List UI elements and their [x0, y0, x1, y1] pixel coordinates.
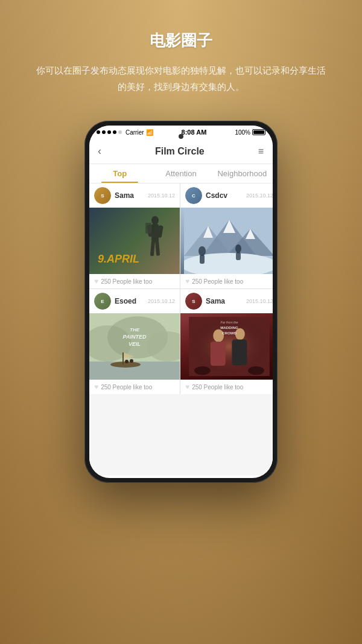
svg-text:THE: THE	[130, 327, 140, 333]
back-button[interactable]: ‹	[98, 145, 101, 158]
post-image-3: Far from the MADDING CROWD	[180, 313, 273, 380]
signal-dot-5	[118, 130, 122, 134]
signal-dot-3	[107, 130, 111, 134]
post-header-3: S Sama 2015.10.12	[180, 289, 273, 313]
post-date-0: 2015.10.12	[148, 193, 175, 199]
svg-rect-16	[200, 255, 205, 264]
post-footer-1: ♥ 250 People like too	[180, 274, 273, 289]
post-card-0[interactable]: S Sama 2015.10.12	[89, 183, 180, 289]
post-username-0: Sama	[115, 191, 144, 200]
intro-title: 电影圈子	[36, 30, 326, 51]
post-date-3: 2015.10.12	[246, 298, 273, 304]
phone-screen: Carrier 📶 8:08 AM 100% ‹ Film Circle ≡	[89, 126, 273, 478]
heart-icon-2: ♥	[94, 383, 98, 391]
intro-description: 你可以在圈子发布动态展现你对电影的独特见解，也可以记录和分享生活的美好，找到身边…	[36, 62, 326, 95]
svg-point-17	[235, 244, 241, 253]
svg-text:VEIL: VEIL	[129, 341, 141, 347]
avatar-2: E	[94, 293, 111, 310]
movie-9april-bg: 9.APRIL	[89, 208, 180, 274]
phone-body: Carrier 📶 8:08 AM 100% ‹ Film Circle ≡	[84, 121, 278, 483]
post-footer-0: ♥ 250 People like too	[89, 274, 180, 289]
phone-camera	[179, 134, 183, 139]
post-header-1: C Csdcv 2015.10.12	[180, 183, 273, 208]
post-meta-2: Esoed	[115, 297, 144, 305]
post-card-1[interactable]: C Csdcv 2015.10.12	[180, 183, 273, 289]
post-meta-0: Sama	[115, 191, 144, 200]
tab-top[interactable]: Top	[89, 164, 150, 183]
svg-point-0	[151, 216, 159, 225]
battery-percent: 100%	[235, 129, 250, 136]
movie-painted-bg: THE PAINTED VEIL	[89, 313, 180, 380]
post-image-2: THE PAINTED VEIL	[89, 313, 180, 380]
post-image-0: 9.APRIL	[89, 208, 180, 274]
svg-text:Far from the: Far from the	[220, 320, 238, 324]
painted-veil-scene-icon: THE PAINTED VEIL	[89, 313, 180, 380]
posts-content: S Sama 2015.10.12	[89, 183, 273, 476]
menu-button[interactable]: ≡	[258, 146, 264, 157]
svg-rect-5	[155, 240, 160, 255]
post-username-2: Esoed	[115, 297, 144, 305]
tabs-bar: Top Attention Neighborhood	[89, 164, 273, 183]
svg-rect-18	[236, 252, 241, 260]
tab-attention[interactable]: Attention	[150, 164, 211, 183]
soldier-icon	[142, 215, 169, 267]
heart-icon-1: ♥	[185, 277, 189, 285]
svg-rect-35	[211, 342, 226, 366]
post-date-1: 2015.10.12	[246, 193, 273, 199]
status-right: 100%	[235, 129, 265, 136]
like-text-3: 250 People like too	[192, 384, 243, 391]
carrier-label: Carrier	[125, 129, 144, 136]
nav-bar: ‹ Film Circle ≡	[89, 139, 273, 164]
post-footer-2: ♥ 250 People like too	[89, 380, 180, 394]
post-header-0: S Sama 2015.10.12	[89, 183, 180, 208]
post-date-2: 2015.10.12	[148, 298, 175, 304]
battery-fill	[253, 130, 264, 134]
svg-rect-4	[150, 241, 155, 256]
post-username-1: Csdcv	[206, 191, 243, 200]
status-time: 8:08 AM	[182, 129, 207, 136]
svg-point-15	[198, 246, 206, 256]
like-text-0: 250 People like too	[101, 278, 152, 285]
svg-text:CROWD: CROWD	[222, 331, 237, 335]
movie-far-bg: Far from the MADDING CROWD	[180, 313, 273, 380]
avatar-3: S	[185, 293, 202, 310]
avatar-1: C	[185, 187, 202, 204]
battery-bar	[252, 129, 265, 135]
svg-rect-6	[145, 223, 151, 234]
post-footer-3: ♥ 250 People like too	[180, 380, 273, 394]
like-text-1: 250 People like too	[192, 278, 243, 285]
wifi-icon: 📶	[146, 129, 153, 136]
post-meta-3: Sama	[206, 297, 243, 305]
heart-icon-0: ♥	[94, 277, 98, 285]
nav-title: Film Circle	[155, 146, 205, 157]
posts-grid: S Sama 2015.10.12	[89, 183, 273, 394]
svg-text:MADDING: MADDING	[220, 325, 238, 330]
svg-rect-37	[232, 339, 247, 365]
avatar-0: S	[94, 187, 111, 204]
svg-point-14	[184, 253, 273, 274]
signal-dot-2	[102, 130, 106, 134]
post-card-3[interactable]: S Sama 2015.10.12	[180, 289, 273, 394]
movie-title-0: 9.APRIL	[98, 253, 139, 264]
winter-scene-icon	[184, 208, 273, 274]
tab-neighborhood[interactable]: Neighborhood	[212, 164, 273, 183]
post-header-2: E Esoed 2015.10.12	[89, 289, 180, 313]
status-left: Carrier 📶	[97, 129, 153, 136]
svg-point-42	[248, 366, 264, 375]
intro-section: 电影圈子 你可以在圈子发布动态展现你对电影的独特见解，也可以记录和分享生活的美好…	[0, 0, 362, 113]
signal-dot-1	[97, 130, 100, 134]
svg-rect-25	[122, 352, 124, 365]
phone-mockup: Carrier 📶 8:08 AM 100% ‹ Film Circle ≡	[84, 121, 278, 483]
movie-winter-bg	[180, 208, 273, 274]
svg-point-27	[125, 360, 129, 363]
post-meta-1: Csdcv	[206, 191, 243, 200]
post-image-1	[180, 208, 273, 274]
svg-point-36	[235, 328, 245, 340]
heart-icon-3: ♥	[185, 383, 189, 391]
svg-text:PAINTED: PAINTED	[123, 334, 147, 340]
post-username-3: Sama	[206, 297, 243, 305]
far-madding-scene-icon: Far from the MADDING CROWD	[184, 317, 273, 376]
svg-point-41	[194, 366, 211, 375]
post-card-2[interactable]: E Esoed 2015.10.12	[89, 289, 180, 394]
signal-dot-4	[113, 130, 116, 134]
